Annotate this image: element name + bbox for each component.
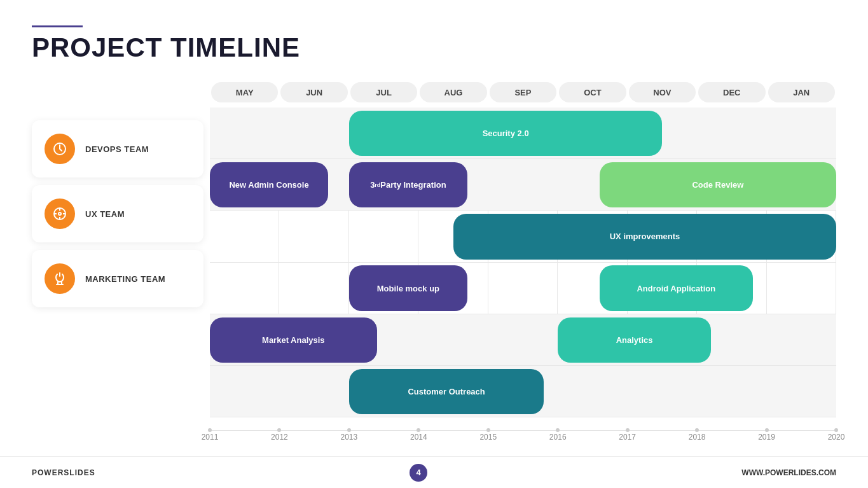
team-card-marketing: MARKETING TEAM <box>32 250 203 307</box>
axis-dot-2014 <box>417 428 420 432</box>
year-label-2018: 2018 <box>689 433 706 442</box>
axis-dot-2019 <box>765 428 769 432</box>
slide: PROJECT TIMELINE DEVOPS TEAM <box>0 0 868 488</box>
year-label-2012: 2012 <box>271 433 288 442</box>
marketing-icon <box>45 263 75 294</box>
month-header-jul: JUL <box>350 82 417 102</box>
content-area: DEVOPS TEAM UX TEAM <box>32 82 836 443</box>
year-label-2016: 2016 <box>549 433 567 442</box>
svg-point-2 <box>59 213 61 215</box>
bar-3rd-party-integration: 3rd Party Integration <box>349 162 467 207</box>
bar-analytics: Analytics <box>558 317 711 363</box>
bar-ux-improvements: UX improvements <box>453 214 836 259</box>
devops-icon <box>45 134 75 164</box>
month-headers: MAYJUNJULAUGSEPOCTNOVDECJAN <box>210 82 836 108</box>
bar-new-admin-console: New Admin Console <box>210 162 328 207</box>
axis-dot-2017 <box>626 428 630 432</box>
axis-dot-2020 <box>834 428 838 432</box>
title-accent <box>32 25 83 27</box>
axis-dot-2013 <box>347 428 351 432</box>
bar-security-2.0: Security 2.0 <box>349 111 663 156</box>
axis-dot-2012 <box>277 428 281 432</box>
teams-sidebar: DEVOPS TEAM UX TEAM <box>32 82 203 443</box>
axis-dot-2016 <box>556 428 560 432</box>
bar-code-review: Code Review <box>600 162 836 207</box>
axis-dot-2018 <box>695 428 699 432</box>
month-header-aug: AUG <box>420 82 486 102</box>
bar-market-analysis: Market Analysis <box>210 317 377 363</box>
footer-url: WWW.POWERLIDES.COM <box>741 468 836 477</box>
month-header-jun: JUN <box>280 82 347 102</box>
footer-page: 4 <box>410 464 427 482</box>
year-label-2020: 2020 <box>828 433 845 442</box>
ux-icon <box>45 199 75 229</box>
axis-dot-2015 <box>486 428 490 432</box>
bar-mobile-mock-up: Mobile mock up <box>349 265 467 310</box>
axis-line <box>210 430 836 431</box>
month-header-dec: DEC <box>698 82 765 102</box>
month-header-jan: JAN <box>768 82 835 102</box>
bars-layer: Security 2.0New Admin Console3rd Party I… <box>210 108 836 417</box>
month-header-sep: SEP <box>490 82 556 102</box>
bar-customer-outreach: Customer Outreach <box>349 369 544 414</box>
month-header-may: MAY <box>211 82 278 102</box>
month-header-nov: NOV <box>629 82 696 102</box>
axis-dot-2011 <box>208 428 212 432</box>
slide-title: PROJECT TIMELINE <box>32 32 836 63</box>
ux-label: UX TEAM <box>85 209 125 219</box>
gantt-chart: Security 2.0New Admin Console3rd Party I… <box>210 108 836 443</box>
bar-android-application: Android Application <box>600 265 753 310</box>
year-label-2014: 2014 <box>410 433 427 442</box>
month-header-oct: OCT <box>559 82 626 102</box>
team-card-devops: DEVOPS TEAM <box>32 120 203 178</box>
year-label-2017: 2017 <box>619 433 636 442</box>
devops-label: DEVOPS TEAM <box>85 144 149 154</box>
year-label-2011: 2011 <box>202 433 219 442</box>
marketing-label: MARKETING TEAM <box>85 274 165 284</box>
footer: POWERSLIDES 4 WWW.POWERLIDES.COM <box>0 456 868 488</box>
team-card-ux: UX TEAM <box>32 185 203 242</box>
year-axis: 2011201220132014201520162017201820192020 <box>210 417 836 443</box>
year-label-2015: 2015 <box>479 433 497 442</box>
footer-brand: POWERSLIDES <box>32 468 95 477</box>
timeline-area: MAYJUNJULAUGSEPOCTNOVDECJAN Security 2.0… <box>203 82 836 443</box>
year-label-2013: 2013 <box>341 433 358 442</box>
year-label-2019: 2019 <box>758 433 775 442</box>
